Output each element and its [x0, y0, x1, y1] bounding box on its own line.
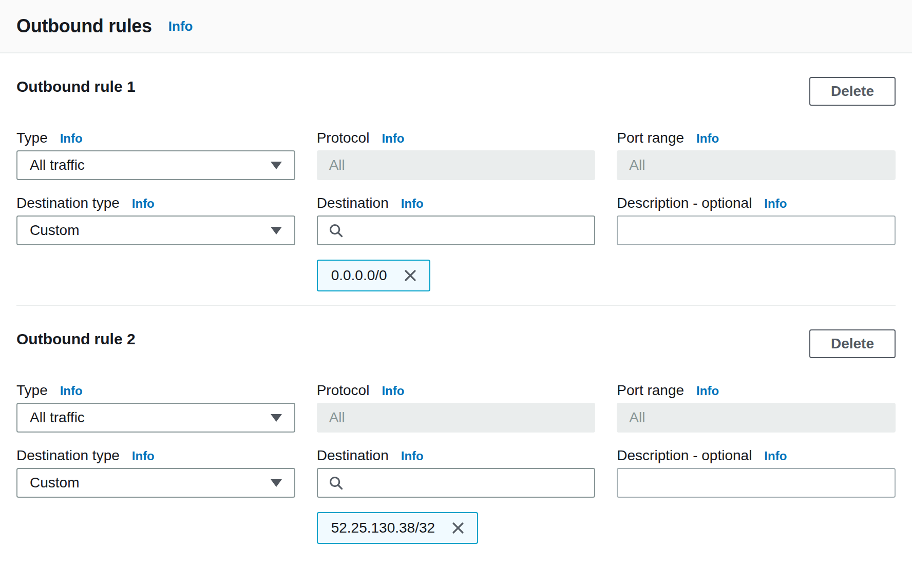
port-range-disabled-input: All [617, 150, 896, 180]
rule-1-type-field: Type Info All traffic [16, 129, 295, 180]
rule-2-port-range-field: Port range Info All [617, 382, 896, 433]
protocol-label-row: Protocol Info [317, 129, 596, 147]
outbound-rule-2-section: Outbound rule 2 Delete Type Info All tra… [16, 306, 896, 544]
type-label-row: Type Info [16, 382, 295, 400]
rule-1-destination-type-field: Destination type Info Custom [16, 194, 295, 245]
port-range-value: All [629, 157, 645, 173]
destination-type-select-value: Custom [30, 222, 79, 239]
port-range-value: All [629, 409, 645, 426]
header-info-link[interactable]: Info [168, 18, 193, 34]
destination-type-select[interactable]: Custom [16, 215, 295, 245]
port-range-info-link[interactable]: Info [696, 130, 719, 147]
protocol-label: Protocol [317, 382, 370, 399]
type-info-link[interactable]: Info [60, 382, 83, 400]
type-select-value: All traffic [30, 157, 85, 173]
protocol-label: Protocol [317, 129, 370, 147]
destination-search-input[interactable] [317, 468, 596, 498]
port-range-info-link[interactable]: Info [696, 382, 719, 400]
destination-search-input[interactable] [317, 215, 596, 245]
chip-text: 52.25.130.38/32 [331, 520, 435, 536]
caret-down-icon [271, 162, 282, 169]
page-title: Outbound rules [16, 15, 152, 37]
panel-content: Outbound rule 1 Delete Type Info All tra… [0, 53, 912, 544]
rule-2-type-field: Type Info All traffic [16, 382, 295, 433]
description-info-link[interactable]: Info [764, 447, 787, 465]
chip-remove-button[interactable] [402, 267, 419, 284]
type-select[interactable]: All traffic [16, 403, 295, 433]
destination-type-label: Destination type [16, 194, 120, 212]
rule-2-delete-button[interactable]: Delete [809, 329, 896, 358]
close-icon [403, 268, 418, 283]
protocol-value: All [329, 409, 345, 426]
type-select[interactable]: All traffic [16, 150, 295, 180]
destination-label: Destination [317, 447, 389, 464]
protocol-disabled-input: All [317, 150, 596, 180]
rule-1-delete-button[interactable]: Delete [809, 77, 896, 106]
destination-type-info-link[interactable]: Info [132, 447, 155, 465]
rule-2-destination-field: Destination Info [317, 447, 596, 498]
chip-text: 0.0.0.0/0 [331, 267, 387, 284]
rule-1-destination-field: Destination Info [317, 194, 596, 245]
destination-info-link[interactable]: Info [401, 195, 424, 212]
destination-label: Destination [317, 194, 389, 212]
type-select-value: All traffic [30, 409, 85, 426]
rule-2-fields-grid: Type Info All traffic Protocol Info All [16, 382, 896, 544]
type-label: Type [16, 129, 48, 147]
description-label: Description - optional [617, 447, 752, 464]
rule-1-header-row: Outbound rule 1 Delete [16, 77, 896, 106]
destination-label-row: Destination Info [317, 447, 596, 465]
protocol-info-link[interactable]: Info [382, 382, 404, 400]
protocol-label-row: Protocol Info [317, 382, 596, 400]
rule-1-fields-grid: Type Info All traffic Protocol Info All [16, 129, 896, 291]
destination-type-label-row: Destination type Info [16, 194, 295, 212]
outbound-rule-1-section: Outbound rule 1 Delete Type Info All tra… [16, 53, 896, 306]
rule-1-description-field: Description - optional Info [617, 194, 896, 245]
type-info-link[interactable]: Info [60, 130, 83, 147]
destination-type-info-link[interactable]: Info [132, 195, 155, 212]
rule-1-title: Outbound rule 1 [16, 77, 136, 96]
port-range-label: Port range [617, 382, 684, 399]
rule-2-description-field: Description - optional Info [617, 447, 896, 498]
rule-2-title: Outbound rule 2 [16, 329, 136, 349]
description-label-row: Description - optional Info [617, 447, 896, 465]
rule-1-protocol-field: Protocol Info All [317, 129, 596, 180]
rule-1-destination-chip: 0.0.0.0/0 [317, 260, 430, 291]
destination-type-label-row: Destination type Info [16, 447, 295, 465]
type-label: Type [16, 382, 48, 399]
caret-down-icon [271, 227, 282, 234]
chip-remove-button[interactable] [449, 519, 467, 537]
caret-down-icon [271, 479, 282, 487]
destination-label-row: Destination Info [317, 194, 596, 212]
destination-type-select-value: Custom [30, 475, 79, 491]
type-label-row: Type Info [16, 129, 295, 147]
caret-down-icon [271, 414, 282, 422]
port-range-label: Port range [617, 129, 684, 147]
description-input[interactable] [617, 468, 896, 498]
rule-1-port-range-field: Port range Info All [617, 129, 896, 180]
rule-2-protocol-field: Protocol Info All [317, 382, 596, 433]
protocol-disabled-input: All [317, 403, 596, 433]
rule-2-header-row: Outbound rule 2 Delete [16, 329, 896, 358]
description-input[interactable] [617, 215, 896, 245]
description-info-link[interactable]: Info [764, 195, 787, 212]
destination-info-link[interactable]: Info [401, 447, 424, 465]
protocol-value: All [329, 157, 345, 173]
destination-type-select[interactable]: Custom [16, 468, 295, 498]
close-icon [450, 520, 466, 536]
description-label: Description - optional [617, 194, 752, 212]
description-label-row: Description - optional Info [617, 194, 896, 212]
panel-header: Outbound rules Info [0, 0, 912, 53]
outbound-rules-panel: Outbound rules Info Outbound rule 1 Dele… [0, 0, 912, 588]
protocol-info-link[interactable]: Info [382, 130, 404, 147]
rule-2-destination-type-field: Destination type Info Custom [16, 447, 295, 498]
destination-search-wrap [317, 215, 596, 245]
port-range-label-row: Port range Info [617, 382, 896, 400]
destination-type-label: Destination type [16, 447, 120, 464]
rule-2-destination-chip: 52.25.130.38/32 [317, 512, 478, 544]
destination-search-wrap [317, 468, 596, 498]
port-range-disabled-input: All [617, 403, 896, 433]
port-range-label-row: Port range Info [617, 129, 896, 147]
